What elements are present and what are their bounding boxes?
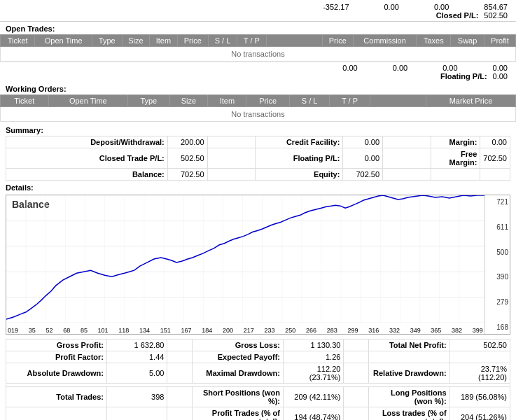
summary-header: Summary:: [6, 125, 43, 136]
lt-label: Loss trades (% of total):: [369, 407, 449, 421]
col-type: Type: [92, 35, 122, 47]
x-15: 266: [306, 327, 316, 334]
x-12: 217: [244, 327, 254, 334]
x-22: 382: [452, 327, 462, 334]
y-label-4: 390: [487, 273, 508, 281]
x-23: 399: [473, 327, 483, 334]
details-section: Details:: [0, 181, 516, 192]
open-trades-table: Ticket Open Time Type Size Item Price S …: [0, 34, 516, 62]
gp-value: 1 632.80: [107, 340, 167, 351]
sp-value: 209 (42.11%): [283, 387, 343, 407]
equity-label: Equity:: [256, 169, 343, 181]
details-header: Details:: [6, 183, 34, 192]
x-19: 332: [389, 327, 400, 334]
sp-label: Short Positions (won %):: [193, 387, 284, 407]
wo-col-empty: [370, 95, 426, 107]
x-21: 365: [431, 327, 441, 334]
col-profit: Profit: [484, 35, 515, 47]
fpl-num4: 0.00: [493, 64, 508, 72]
credit-label: Credit Facility:: [256, 136, 343, 148]
pf-label: Profit Factor:: [6, 351, 107, 363]
ep-label: Expected Payoff:: [193, 351, 284, 363]
summary-table: Deposit/Withdrawal: 200.00 Credit Facili…: [6, 136, 510, 181]
val4: 854.67: [484, 3, 508, 11]
val3: 0.00: [434, 3, 449, 11]
x-0: 019: [8, 327, 18, 334]
x-8: 151: [160, 327, 171, 334]
floating-pl-label: Floating P/L:: [440, 72, 487, 80]
balance-value: 702.50: [167, 169, 207, 181]
free-margin-label: Free Margin:: [431, 148, 480, 169]
closed-pl-value: 502.50: [484, 11, 508, 20]
x-3: 68: [63, 327, 70, 334]
open-trades-header: Open Trades:: [0, 22, 516, 34]
ad-value: 5.00: [107, 363, 167, 384]
floating-pl-value: 0.00: [493, 72, 508, 80]
working-orders-no-data: No transactions: [1, 107, 516, 122]
x-16: 283: [327, 327, 337, 334]
col-size: Size: [122, 35, 150, 47]
col-price: Price: [177, 35, 208, 47]
x-2: 52: [46, 327, 53, 334]
stats-main-table: Gross Profit: 1 632.80 Gross Loss: 1 130…: [6, 339, 510, 420]
fpl-num3: 0.00: [442, 64, 457, 72]
wo-col-size: Size: [169, 95, 208, 107]
col-item: Item: [150, 35, 178, 47]
x-6: 118: [118, 327, 129, 334]
wo-col-item: Item: [208, 95, 246, 107]
tt-label: Total Trades:: [6, 387, 107, 407]
x-13: 233: [264, 327, 274, 334]
y-label-1: 721: [487, 198, 508, 206]
x-10: 184: [202, 327, 212, 334]
col-sl: S / L: [208, 35, 237, 47]
x-17: 299: [347, 327, 358, 334]
top-bar: -352.17 0.00 0.00 854.67 Closed P/L: 502…: [0, 0, 516, 22]
rd-value: 23.71% (112.20): [449, 363, 510, 384]
x-1: 35: [29, 327, 36, 334]
col-tp: T / P: [237, 35, 267, 47]
rd-label: Relative Drawdown:: [369, 363, 449, 384]
x-20: 349: [410, 327, 421, 334]
pt-value: 194 (48.74%): [283, 407, 343, 421]
closed-pl-sum-value: 502.50: [167, 148, 207, 169]
fpl-sum-value: 0.00: [343, 148, 383, 169]
floating-pl-container: 0.00 0.00 0.00 0.00 Floating P/L: 0.00: [0, 62, 516, 82]
fpl-sum-label: Floating P/L:: [256, 148, 343, 169]
y-label-5: 279: [487, 298, 508, 306]
col-commission: Commission: [353, 35, 416, 47]
equity-value: 702.50: [343, 169, 383, 181]
dep-value: 200.00: [167, 136, 207, 148]
lp-value: 189 (56.08%): [449, 387, 510, 407]
chart-y-axis: 721 611 500 390 279 168: [484, 195, 510, 334]
y-label-2: 611: [487, 223, 508, 231]
margin-value: 0.00: [480, 136, 510, 148]
chart-svg-area: [6, 195, 484, 323]
wo-col-type: Type: [128, 95, 169, 107]
wo-col-ticket: Ticket: [1, 95, 49, 107]
pf-value: 1.44: [107, 351, 167, 363]
balance-label: Balance:: [6, 169, 168, 181]
closed-pl-sum-label: Closed Trade P/L:: [6, 148, 168, 169]
working-orders-header: Working Orders:: [0, 82, 516, 94]
ad-label: Absolute Drawdown:: [6, 363, 107, 384]
open-trades-no-data: No transactions: [1, 47, 516, 62]
val1: -352.17: [323, 3, 349, 11]
wo-col-open-time: Open Time: [48, 95, 128, 107]
col-ticket: Ticket: [1, 35, 35, 47]
y-label-6: 168: [487, 323, 508, 331]
pt-label: Profit Trades (% of total):: [193, 407, 284, 421]
md-value: 112.20 (23.71%): [283, 363, 343, 384]
y-label-3: 500: [487, 248, 508, 256]
ep-value: 1.26: [283, 351, 343, 363]
col-swap: Swap: [451, 35, 484, 47]
chart-x-axis: 019 35 52 68 85 101 118 134 151 167 184 …: [6, 327, 484, 334]
fpl-num1: 0.00: [342, 64, 357, 72]
fpl-num2: 0.00: [393, 64, 407, 72]
x-7: 134: [139, 327, 150, 334]
dep-label: Deposit/Withdrawal:: [6, 136, 168, 148]
lt-value: 204 (51.26%): [449, 407, 510, 421]
x-18: 316: [368, 327, 379, 334]
margin-label: Margin:: [431, 136, 480, 148]
stats-section: Gross Profit: 1 632.80 Gross Loss: 1 130…: [0, 337, 516, 420]
col-price2: Price: [322, 35, 353, 47]
